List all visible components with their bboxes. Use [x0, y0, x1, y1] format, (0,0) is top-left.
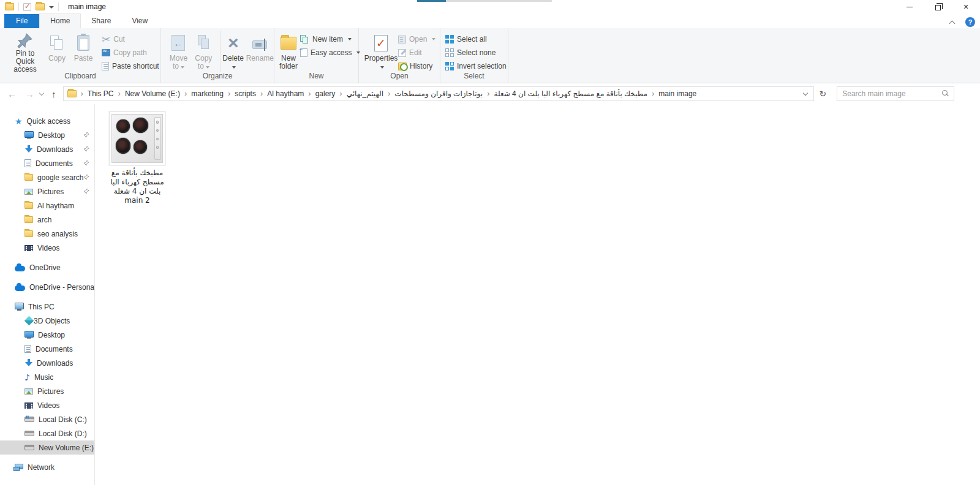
sidebar-item-pictures[interactable]: Pictures — [0, 184, 94, 198]
sidebar-item-network[interactable]: Network — [0, 460, 94, 474]
sidebar-item-arch[interactable]: arch — [0, 213, 94, 227]
breadcrumb-al-haytham[interactable]: Al haytham — [263, 89, 307, 98]
music-icon: ♪ — [24, 372, 30, 382]
open-icon — [398, 36, 406, 43]
sidebar-item-pc-documents[interactable]: Documents — [0, 342, 94, 356]
pin-to-quick-access-button[interactable]: Pin to Quick access — [6, 31, 44, 72]
ribbon-tab-row: File Home Share View — [0, 13, 980, 28]
sidebar-item-seo-analysis[interactable]: seo analysis — [0, 227, 94, 241]
close-button[interactable]: × — [952, 0, 980, 13]
breadcrumb-arabic-folder-1[interactable]: الهيثم_نهائي — [343, 89, 387, 98]
breadcrumb-arabic-folder-2[interactable]: بوتاجازات وافران ومسطحات — [391, 89, 486, 98]
customize-qat-icon[interactable] — [49, 6, 54, 9]
paste-shortcut-button[interactable]: Paste shortcut — [102, 60, 159, 72]
pushpin-icon — [17, 32, 33, 48]
address-bar[interactable]: › This PC › New Volume (E:) › marketing … — [63, 86, 814, 101]
navigation-pane: ★ Quick access Desktop Downloads Documen… — [0, 104, 95, 485]
cut-button[interactable]: ✂ Cut — [102, 33, 159, 45]
videos-icon — [24, 402, 33, 409]
sidebar-item-3d-objects[interactable]: 3D Objects — [0, 314, 94, 328]
progress-bar — [417, 0, 552, 2]
tab-share[interactable]: Share — [81, 14, 121, 28]
paste-button[interactable]: Paste — [70, 31, 97, 72]
sidebar-item-pc-desktop[interactable]: Desktop — [0, 328, 94, 342]
sidebar-item-pc-pictures[interactable]: Pictures — [0, 384, 94, 398]
copy-to-button[interactable]: Copy to — [191, 31, 216, 72]
properties-qat-icon[interactable] — [23, 3, 31, 11]
delete-button[interactable]: × Delete — [220, 31, 246, 72]
collapse-ribbon-icon[interactable] — [949, 20, 956, 26]
move-to-button[interactable]: Move to — [166, 31, 191, 72]
pin-icon — [83, 174, 89, 180]
up-button[interactable]: ↑ — [47, 89, 61, 99]
pin-icon — [83, 132, 89, 138]
sidebar-item-local-disk-c[interactable]: Local Disk (C:) — [0, 412, 94, 426]
network-icon — [15, 464, 23, 469]
copy-button[interactable]: Copy — [44, 31, 70, 72]
back-button[interactable]: ← — [0, 89, 21, 99]
new-folder-button[interactable]: New folder — [279, 31, 298, 72]
rename-button[interactable]: Rename — [246, 31, 274, 72]
desktop-icon — [24, 131, 34, 138]
select-none-icon — [445, 48, 454, 57]
sidebar-item-new-volume-e[interactable]: New Volume (E:) — [0, 440, 94, 455]
folder-icon — [24, 216, 33, 223]
search-placeholder: Search main image — [842, 89, 941, 98]
downloads-icon — [24, 145, 32, 154]
edit-button[interactable]: Edit — [398, 47, 435, 59]
sidebar-item-google-search[interactable]: google search cc — [0, 170, 94, 184]
new-folder-qat-icon[interactable] — [36, 3, 45, 10]
sidebar-item-documents[interactable]: Documents — [0, 156, 94, 170]
copy-icon — [50, 36, 64, 50]
breadcrumb-marketing[interactable]: marketing — [187, 89, 227, 98]
sidebar-item-videos-qa[interactable]: Videos — [0, 241, 94, 255]
3d-objects-icon — [24, 316, 34, 326]
breadcrumb-arabic-folder-3[interactable]: مطبخك بأناقة مع مسطح كهرباء البا بلت ان … — [491, 89, 651, 98]
tab-view[interactable]: View — [121, 14, 158, 28]
breadcrumb-new-volume[interactable]: New Volume (E:) — [121, 89, 184, 98]
select-all-button[interactable]: Select all — [445, 33, 507, 45]
sidebar-item-onedrive-personal[interactable]: OneDrive - Personal — [0, 280, 94, 294]
search-input[interactable]: Search main image — [837, 86, 954, 101]
breadcrumb-galery[interactable]: galery — [312, 89, 339, 98]
folder-icon — [24, 202, 33, 209]
window-title: main image — [68, 2, 106, 11]
sidebar-item-downloads[interactable]: Downloads — [0, 142, 94, 156]
sidebar-item-pc-videos[interactable]: Videos — [0, 398, 94, 412]
tab-file[interactable]: File — [4, 14, 39, 28]
restore-button[interactable] — [924, 0, 952, 13]
copy-path-button[interactable]: Copy path — [102, 47, 159, 59]
sidebar-item-local-disk-d[interactable]: Local Disk (D:) — [0, 426, 94, 440]
window-controls: × — [895, 0, 980, 13]
open-button[interactable]: Open — [398, 33, 435, 45]
help-icon[interactable]: ? — [965, 17, 975, 27]
sidebar-item-music[interactable]: ♪ Music — [0, 370, 94, 384]
history-button[interactable]: History — [398, 60, 435, 72]
file-item[interactable]: مطبخك بأناقة مع مسطح كهرباء البا بلت ان … — [108, 111, 167, 205]
window-bottom-edge — [0, 485, 980, 495]
sidebar-item-quick-access[interactable]: ★ Quick access — [0, 114, 94, 128]
new-item-button[interactable]: New item — [300, 33, 360, 45]
sidebar-item-al-haytham[interactable]: Al haytham — [0, 198, 94, 213]
breadcrumb-main-image[interactable]: main image — [655, 89, 700, 98]
tab-home[interactable]: Home — [39, 13, 81, 28]
sidebar-item-desktop[interactable]: Desktop — [0, 128, 94, 142]
breadcrumb-scripts[interactable]: scripts — [231, 89, 260, 98]
breadcrumb-this-pc[interactable]: This PC — [84, 89, 118, 98]
recent-locations-icon[interactable] — [39, 90, 44, 95]
sidebar-item-pc-downloads[interactable]: Downloads — [0, 356, 94, 370]
file-list-area[interactable]: مطبخك بأناقة مع مسطح كهرباء البا بلت ان … — [96, 104, 980, 495]
forward-button[interactable]: → — [21, 89, 39, 99]
sidebar-item-onedrive[interactable]: OneDrive — [0, 260, 94, 274]
properties-button[interactable]: Properties — [365, 31, 397, 72]
scissors-icon: ✂ — [102, 33, 110, 45]
easy-access-button[interactable]: Easy access — [300, 47, 360, 59]
invert-selection-button[interactable]: Invert selection — [445, 60, 507, 72]
sidebar-item-this-pc[interactable]: This PC — [0, 300, 94, 314]
select-none-button[interactable]: Select none — [445, 47, 507, 59]
address-dropdown-icon[interactable] — [802, 90, 807, 95]
pictures-icon — [24, 189, 33, 195]
refresh-icon[interactable]: ↻ — [814, 89, 832, 99]
disk-icon — [24, 417, 34, 422]
minimize-button[interactable] — [895, 0, 924, 13]
